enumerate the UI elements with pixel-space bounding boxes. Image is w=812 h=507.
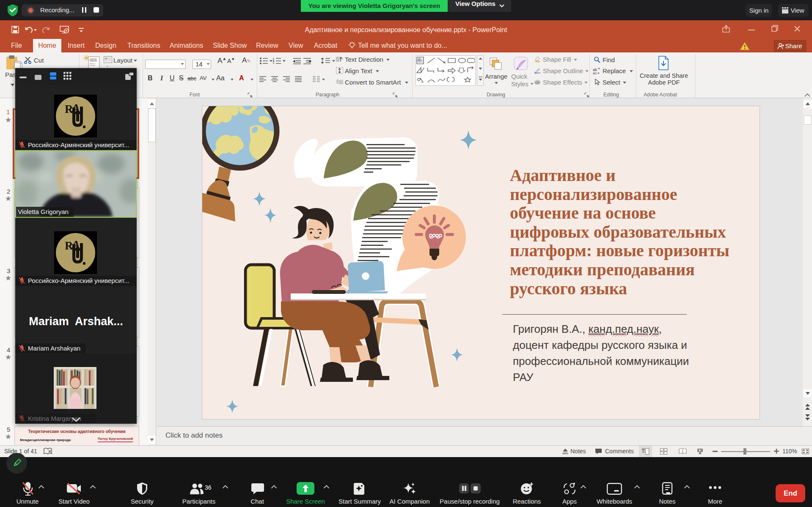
svg-text:A: A: [417, 58, 421, 62]
svg-text:ac: ac: [593, 71, 597, 74]
svg-text:A: A: [340, 56, 343, 60]
